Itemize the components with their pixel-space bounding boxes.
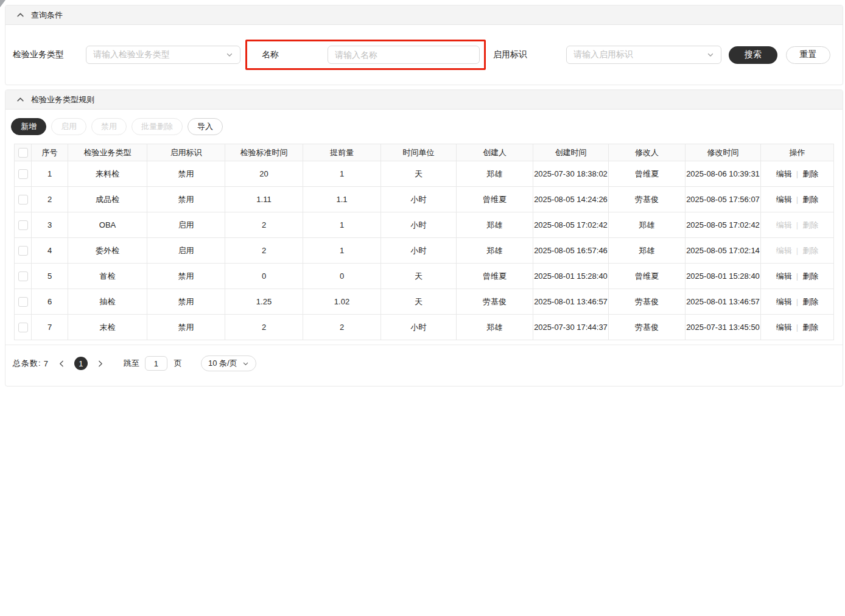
- row-checkbox[interactable]: [18, 220, 28, 230]
- table-row: 6抽检禁用1.251.02天劳基俊2025-08-01 13:46:57劳基俊2…: [15, 289, 834, 315]
- table-cell: 1.1: [303, 187, 381, 212]
- table-row: 4委外检启用21小时郑雄2025-08-05 16:57:46郑雄2025-08…: [15, 238, 834, 264]
- table-cell: 首检: [68, 264, 147, 289]
- business-type-placeholder: 请输入检验业务类型: [93, 49, 170, 60]
- chevron-down-icon: [707, 51, 714, 58]
- delete-link[interactable]: 删除: [802, 271, 818, 281]
- collapse-caret-icon[interactable]: [16, 96, 24, 103]
- delete-link[interactable]: 删除: [802, 169, 818, 178]
- table-cell: 禁用: [147, 289, 225, 315]
- rules-section-header[interactable]: 检验业务类型规则: [5, 90, 843, 110]
- column-header: 创建时间: [533, 144, 609, 161]
- query-section-header[interactable]: 查询条件: [5, 5, 843, 25]
- edit-link[interactable]: 编辑: [776, 297, 792, 306]
- actions-cell: 编辑|删除: [761, 289, 834, 315]
- row-checkbox[interactable]: [18, 195, 28, 205]
- name-filter-highlight-box: 名称: [245, 40, 486, 70]
- column-header: 检验业务类型: [68, 144, 147, 161]
- table-cell: 郑雄: [457, 161, 533, 187]
- total-count-label: 总条数:: [13, 358, 41, 369]
- collapse-caret-icon[interactable]: [16, 11, 24, 19]
- row-checkbox[interactable]: [18, 323, 28, 332]
- table-cell: 启用: [147, 238, 225, 264]
- table-cell: 2025-08-01 15:28:40: [685, 264, 761, 289]
- enable-button[interactable]: 启用: [51, 118, 86, 135]
- table-cell: 天: [381, 264, 457, 289]
- action-separator: |: [796, 169, 798, 178]
- table-cell: 来料检: [68, 161, 147, 187]
- column-header: 启用标识: [147, 144, 225, 161]
- enable-flag-placeholder: 请输入启用标识: [573, 49, 633, 60]
- chevron-down-icon: [226, 51, 233, 58]
- jump-page-input[interactable]: [145, 356, 167, 371]
- row-checkbox[interactable]: [18, 297, 28, 307]
- table-cell: 劳基俊: [609, 289, 685, 315]
- table-cell: 小时: [381, 238, 457, 264]
- table-cell: 1.25: [225, 289, 303, 315]
- table-cell: 劳基俊: [609, 315, 685, 340]
- import-button[interactable]: 导入: [188, 118, 223, 135]
- delete-link[interactable]: 删除: [802, 297, 818, 306]
- prev-page-button[interactable]: [58, 360, 66, 368]
- table-cell: 2025-08-05 14:24:26: [533, 187, 609, 212]
- action-separator: |: [796, 220, 798, 229]
- table-cell: 3: [32, 212, 68, 238]
- table-cell: 成品检: [68, 187, 147, 212]
- column-header: 时间单位: [381, 144, 457, 161]
- edit-link[interactable]: 编辑: [776, 323, 792, 332]
- business-type-select[interactable]: 请输入检验业务类型: [86, 46, 240, 64]
- edit-link[interactable]: 编辑: [776, 271, 792, 281]
- row-checkbox[interactable]: [18, 169, 28, 179]
- table-cell: 曾维夏: [457, 264, 533, 289]
- current-page-button[interactable]: 1: [74, 357, 88, 370]
- table-cell: 4: [32, 238, 68, 264]
- table-row: 5首检禁用00天曾维夏2025-08-01 15:28:40曾维夏2025-08…: [15, 264, 834, 289]
- page-size-value: 10 条/页: [208, 358, 237, 369]
- column-header: 创建人: [457, 144, 533, 161]
- table-cell: 2: [225, 212, 303, 238]
- row-checkbox[interactable]: [18, 271, 28, 281]
- business-type-label: 检验业务类型: [13, 49, 64, 60]
- batch-delete-button[interactable]: 批量删除: [131, 118, 183, 135]
- table-cell: 劳基俊: [609, 187, 685, 212]
- table-cell: 6: [32, 289, 68, 315]
- enable-flag-label: 启用标识: [493, 49, 527, 60]
- table-row: 2成品检禁用1.111.1小时曾维夏2025-08-05 14:24:26劳基俊…: [15, 187, 834, 212]
- page-size-select[interactable]: 10 条/页: [201, 355, 256, 371]
- edit-link[interactable]: 编辑: [776, 195, 792, 204]
- next-page-button[interactable]: [96, 360, 104, 368]
- table-cell: 郑雄: [609, 238, 685, 264]
- table-cell: 5: [32, 264, 68, 289]
- pagination: 总条数: 7 1 跳至 页 10 条/页: [13, 355, 843, 386]
- table-cell: 2025-07-30 17:44:37: [533, 315, 609, 340]
- edit-link[interactable]: 编辑: [776, 169, 792, 178]
- table-cell: 2: [225, 238, 303, 264]
- column-header: 序号: [32, 144, 68, 161]
- column-header: 修改人: [609, 144, 685, 161]
- rules-table: 序号检验业务类型启用标识检验标准时间提前量时间单位创建人创建时间修改人修改时间操…: [14, 144, 834, 340]
- reset-button[interactable]: 重置: [786, 46, 830, 64]
- delete-link[interactable]: 删除: [802, 195, 818, 204]
- table-cell: 天: [381, 161, 457, 187]
- select-all-checkbox[interactable]: [18, 148, 28, 158]
- search-button[interactable]: 搜索: [729, 46, 777, 64]
- name-label: 名称: [262, 49, 279, 60]
- column-header: 修改时间: [685, 144, 761, 161]
- table-row: 7末检禁用22小时郑雄2025-07-30 17:44:37劳基俊2025-07…: [15, 315, 834, 340]
- table-container: 序号检验业务类型启用标识检验标准时间提前量时间单位创建人创建时间修改人修改时间操…: [5, 144, 843, 345]
- table-header-row: 序号检验业务类型启用标识检验标准时间提前量时间单位创建人创建时间修改人修改时间操…: [15, 144, 834, 161]
- delete-link[interactable]: 删除: [802, 323, 818, 332]
- edit-link: 编辑: [776, 246, 792, 255]
- table-cell: 末检: [68, 315, 147, 340]
- table-cell: 2025-08-05 16:57:46: [533, 238, 609, 264]
- name-input[interactable]: [328, 46, 480, 64]
- table-cell: 劳基俊: [457, 289, 533, 315]
- table-cell: 2025-08-05 17:02:14: [685, 238, 761, 264]
- enable-flag-select[interactable]: 请输入启用标识: [566, 46, 721, 64]
- row-checkbox[interactable]: [18, 246, 28, 256]
- table-cell: 2025-08-05 17:56:07: [685, 187, 761, 212]
- delete-link: 删除: [802, 220, 818, 229]
- add-button[interactable]: 新增: [11, 118, 46, 135]
- disable-button[interactable]: 禁用: [91, 118, 127, 135]
- rules-section-title: 检验业务类型规则: [31, 94, 94, 105]
